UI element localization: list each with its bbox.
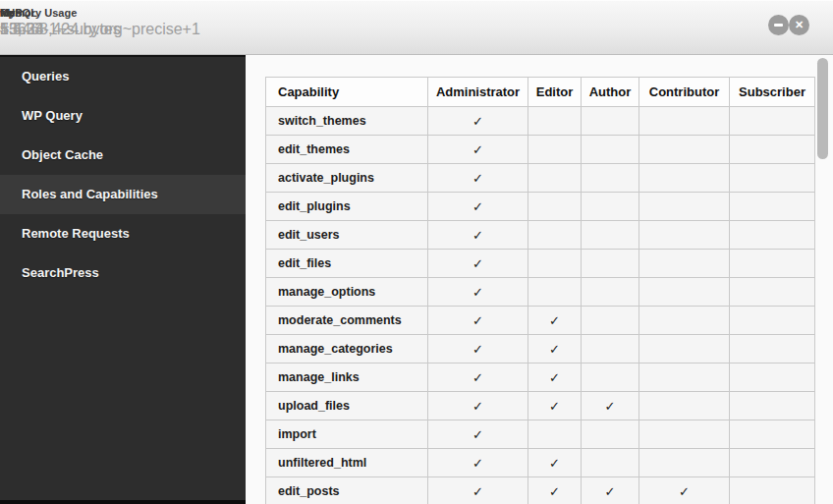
table-row: edit_plugins ✓ bbox=[266, 193, 815, 221]
capability-name: edit_posts bbox=[266, 477, 428, 504]
capability-name: edit_themes bbox=[266, 136, 428, 164]
header-stat: Memory Usage 13,468,424 bytes bbox=[0, 7, 121, 38]
check-contributor bbox=[639, 449, 730, 477]
check-editor bbox=[528, 250, 582, 278]
check-contributor bbox=[639, 335, 730, 364]
check-subscriber bbox=[730, 164, 815, 193]
check-author bbox=[582, 449, 639, 477]
sidebar-item[interactable]: SearchPress bbox=[0, 253, 246, 293]
table-row: edit_files ✓ bbox=[266, 250, 815, 278]
check-contributor bbox=[639, 164, 730, 193]
check-contributor bbox=[639, 278, 730, 307]
check-subscriber bbox=[730, 250, 815, 278]
table-header-row: Capability Administrator Editor Author C… bbox=[266, 78, 815, 107]
check-editor bbox=[528, 420, 582, 449]
check-administrator: ✓ bbox=[428, 420, 528, 449]
check-administrator: ✓ bbox=[428, 164, 528, 193]
column-header-subscriber: Subscriber bbox=[730, 78, 815, 107]
check-contributor bbox=[639, 364, 730, 392]
check-author bbox=[582, 164, 639, 193]
close-icon: ✕ bbox=[795, 20, 804, 30]
check-author bbox=[582, 335, 639, 364]
capability-name: unfiltered_html bbox=[266, 449, 428, 477]
check-contributor bbox=[639, 221, 730, 250]
check-author bbox=[582, 136, 639, 164]
table-row: switch_themes ✓ bbox=[266, 107, 815, 136]
check-author: ✓ bbox=[582, 477, 639, 504]
capability-name: switch_themes bbox=[266, 107, 428, 136]
sidebar: Queries WP Query Object Cache Roles and … bbox=[0, 55, 246, 504]
column-header-contributor: Contributor bbox=[639, 78, 730, 107]
column-header-author: Author bbox=[582, 78, 639, 107]
check-author bbox=[582, 364, 639, 392]
sidebar-item[interactable]: Object Cache bbox=[0, 136, 246, 175]
check-author bbox=[582, 278, 639, 307]
column-header-administrator: Administrator bbox=[428, 78, 528, 107]
column-header-capability: Capability bbox=[266, 78, 428, 107]
debug-bar-header: wp #56 PHP 5.4.23-1+sury.org~precise+1 M… bbox=[0, 0, 833, 55]
table-row: activate_plugins ✓ bbox=[266, 164, 815, 193]
check-contributor bbox=[639, 250, 730, 278]
check-editor bbox=[528, 193, 582, 221]
check-administrator: ✓ bbox=[428, 193, 528, 221]
check-contributor bbox=[639, 420, 730, 449]
check-editor: ✓ bbox=[528, 449, 582, 477]
debug-bar-body: Queries WP Query Object Cache Roles and … bbox=[0, 55, 833, 504]
check-editor bbox=[528, 164, 582, 193]
table-row: edit_posts ✓ ✓ ✓ ✓ bbox=[266, 477, 815, 504]
check-administrator: ✓ bbox=[428, 136, 528, 164]
check-contributor bbox=[639, 307, 730, 335]
check-subscriber bbox=[730, 364, 815, 392]
stat-label: Memory Usage bbox=[0, 7, 121, 19]
check-administrator: ✓ bbox=[428, 278, 528, 307]
check-editor: ✓ bbox=[528, 392, 582, 420]
check-editor: ✓ bbox=[528, 364, 582, 392]
table-row: edit_themes ✓ bbox=[266, 136, 815, 164]
capabilities-table: Capability Administrator Editor Author C… bbox=[265, 77, 815, 504]
capability-name: activate_plugins bbox=[266, 164, 428, 193]
check-subscriber bbox=[730, 477, 815, 504]
check-author: ✓ bbox=[582, 392, 639, 420]
capability-name: import bbox=[266, 420, 428, 449]
minimize-button[interactable] bbox=[768, 15, 789, 35]
check-subscriber bbox=[730, 335, 815, 364]
check-subscriber bbox=[730, 392, 815, 420]
stat-value: 13,468,424 bytes bbox=[0, 21, 121, 38]
check-administrator: ✓ bbox=[428, 307, 528, 335]
capability-name: manage_options bbox=[266, 278, 428, 307]
close-button[interactable]: ✕ bbox=[789, 15, 809, 35]
table-row: upload_files ✓ ✓ ✓ bbox=[266, 392, 815, 420]
table-row: manage_options ✓ bbox=[266, 278, 815, 307]
vertical-scrollbar-thumb[interactable] bbox=[817, 58, 828, 159]
check-contributor bbox=[639, 136, 730, 164]
sidebar-item[interactable]: Queries bbox=[0, 57, 246, 96]
sidebar-item[interactable]: Roles and Capabilities bbox=[0, 175, 246, 214]
capability-name: edit_plugins bbox=[266, 193, 428, 221]
minimize-icon bbox=[774, 24, 783, 27]
check-author bbox=[582, 250, 639, 278]
check-administrator: ✓ bbox=[428, 477, 528, 504]
check-administrator: ✓ bbox=[428, 335, 528, 364]
check-editor: ✓ bbox=[528, 307, 582, 335]
check-author bbox=[582, 221, 639, 250]
check-editor bbox=[528, 221, 582, 250]
capability-name: upload_files bbox=[266, 392, 428, 420]
check-subscriber bbox=[730, 136, 815, 164]
check-author bbox=[582, 193, 639, 221]
check-subscriber bbox=[730, 221, 815, 250]
table-row: manage_links ✓ ✓ bbox=[266, 364, 815, 392]
check-editor bbox=[528, 136, 582, 164]
sidebar-item[interactable]: Remote Requests bbox=[0, 214, 246, 253]
check-subscriber bbox=[730, 449, 815, 477]
check-contributor bbox=[639, 193, 730, 221]
check-subscriber bbox=[730, 307, 815, 335]
check-subscriber bbox=[730, 420, 815, 449]
capability-name: manage_links bbox=[266, 364, 428, 392]
check-administrator: ✓ bbox=[428, 107, 528, 136]
check-editor bbox=[528, 107, 582, 136]
check-administrator: ✓ bbox=[428, 221, 528, 250]
check-contributor bbox=[639, 392, 730, 420]
check-editor bbox=[528, 278, 582, 307]
sidebar-item[interactable]: WP Query bbox=[0, 96, 246, 136]
check-administrator: ✓ bbox=[428, 449, 528, 477]
